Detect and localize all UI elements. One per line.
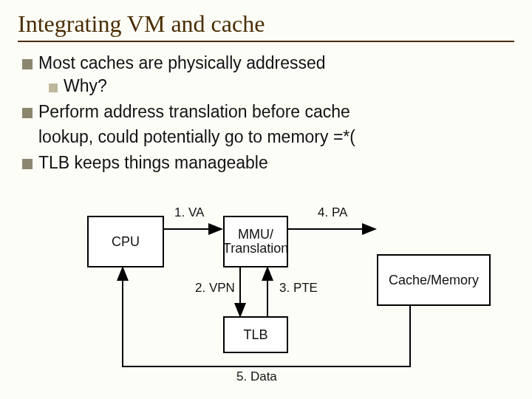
bullet-text: Perform address translation before cache (38, 102, 350, 121)
bullet-text: TLB keeps things manageable (38, 153, 268, 172)
box-label: TLB (243, 327, 267, 343)
box-cpu: CPU (87, 216, 164, 267)
bullet-1: Most caches are physically addressed (22, 52, 510, 74)
box-label: CPU (112, 234, 140, 250)
label-va: 1. VA (174, 205, 204, 220)
label-pte: 3. PTE (279, 281, 318, 296)
square-bullet-icon (49, 83, 58, 92)
label-data: 5. Data (236, 369, 277, 384)
slide: Integrating VM and cache Most caches are… (0, 0, 532, 399)
bullet-text: lookup, could potentially go to memory =… (38, 127, 355, 146)
box-mmu: MMU/ Translation (223, 216, 288, 267)
square-bullet-icon (22, 159, 33, 169)
bullet-2: Perform address translation before cache (22, 101, 510, 123)
box-cache-memory: Cache/Memory (377, 254, 491, 306)
bullet-2-cont: lookup, could potentially go to memory =… (38, 126, 510, 148)
slide-title: Integrating VM and cache (18, 10, 514, 38)
bullet-text: Why? (64, 76, 107, 95)
diagram: CPU MMU/ Translation Cache/Memory TLB 1.… (0, 198, 532, 398)
box-label: MMU/ (223, 228, 288, 242)
label-vpn: 2. VPN (195, 281, 235, 296)
bullet-text: Most caches are physically addressed (38, 53, 326, 72)
title-rule (18, 41, 514, 42)
box-tlb: TLB (223, 316, 288, 353)
box-label: Translation (223, 242, 288, 256)
box-label: Cache/Memory (389, 273, 479, 288)
bullet-1a: Why? (49, 75, 510, 97)
label-pa: 4. PA (318, 205, 347, 220)
square-bullet-icon (22, 108, 33, 118)
bullet-list: Most caches are physically addressed Why… (22, 52, 510, 174)
bullet-3: TLB keeps things manageable (22, 152, 510, 174)
square-bullet-icon (22, 59, 33, 69)
